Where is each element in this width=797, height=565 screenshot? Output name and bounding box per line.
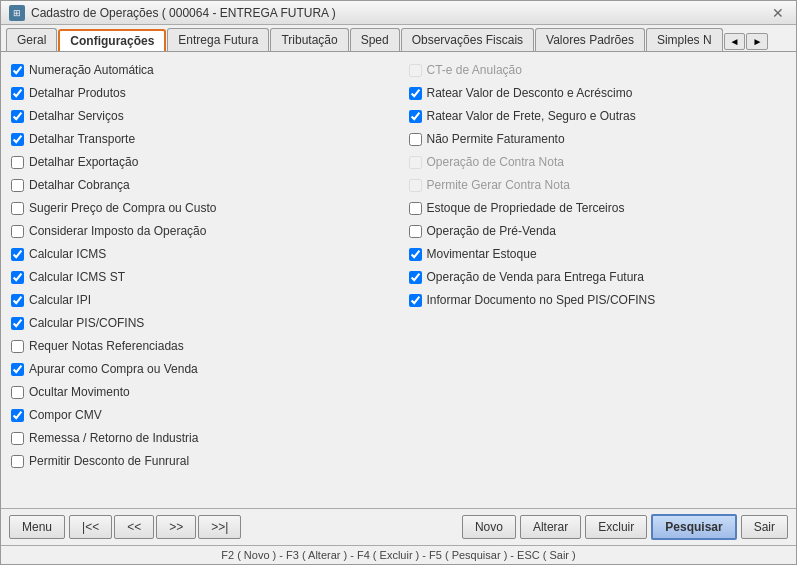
detalhar-prod-checkbox[interactable] [11, 87, 24, 100]
op-venda-fut-checkbox[interactable] [409, 271, 422, 284]
calc-pis-label[interactable]: Calcular PIS/COFINS [29, 316, 144, 330]
remessa-checkbox[interactable] [11, 432, 24, 445]
tab-configuracoes[interactable]: Configurações [58, 29, 166, 51]
detalhar-prod-label[interactable]: Detalhar Produtos [29, 86, 126, 100]
permitir-desc-label[interactable]: Permitir Desconto de Funrural [29, 454, 189, 468]
sair-button[interactable]: Sair [741, 515, 788, 539]
apurar-checkbox[interactable] [11, 363, 24, 376]
sugerir-preco-label[interactable]: Sugerir Preço de Compra ou Custo [29, 201, 216, 215]
detalhar-cobr-label[interactable]: Detalhar Cobrança [29, 178, 130, 192]
nao-permite-label[interactable]: Não Permite Faturamento [427, 132, 565, 146]
detalhar-trans-checkbox[interactable] [11, 133, 24, 146]
calc-ipi-label[interactable]: Calcular IPI [29, 293, 91, 307]
tab-prev-button[interactable]: ◄ [724, 33, 746, 50]
requer-notas-label[interactable]: Requer Notas Referenciadas [29, 339, 184, 353]
movimentar-label[interactable]: Movimentar Estoque [427, 247, 537, 261]
tab-sped[interactable]: Sped [350, 28, 400, 51]
detalhar-trans-label[interactable]: Detalhar Transporte [29, 132, 135, 146]
list-item: Numeração Automática [11, 60, 389, 80]
list-item: Ocultar Movimento [11, 382, 389, 402]
ratear-desc-checkbox[interactable] [409, 87, 422, 100]
considerar-imp-label[interactable]: Considerar Imposto da Operação [29, 224, 206, 238]
content-area: Numeração Automática Detalhar Produtos D… [1, 52, 796, 508]
tab-simples[interactable]: Simples N [646, 28, 723, 51]
prev-button[interactable]: << [114, 515, 154, 539]
list-item: Informar Documento no Sped PIS/COFINS [409, 290, 787, 310]
close-button[interactable]: ✕ [768, 5, 788, 21]
list-item: Operação de Pré-Venda [409, 221, 787, 241]
tab-observacoes[interactable]: Observações Fiscais [401, 28, 534, 51]
pesquisar-button[interactable]: Pesquisar [651, 514, 736, 540]
op-venda-fut-label[interactable]: Operação de Venda para Entrega Futura [427, 270, 644, 284]
list-item: Detalhar Cobrança [11, 175, 389, 195]
alterar-button[interactable]: Alterar [520, 515, 581, 539]
remessa-label[interactable]: Remessa / Retorno de Industria [29, 431, 198, 445]
ocultar-label[interactable]: Ocultar Movimento [29, 385, 130, 399]
sugerir-preco-checkbox[interactable] [11, 202, 24, 215]
calc-ipi-checkbox[interactable] [11, 294, 24, 307]
informar-sped-checkbox[interactable] [409, 294, 422, 307]
list-item: Permitir Desconto de Funrural [11, 451, 389, 471]
apurar-label[interactable]: Apurar como Compra ou Venda [29, 362, 198, 376]
compor-cmv-checkbox[interactable] [11, 409, 24, 422]
op-contra-checkbox [409, 156, 422, 169]
calc-pis-checkbox[interactable] [11, 317, 24, 330]
list-item: Ratear Valor de Desconto e Acréscimo [409, 83, 787, 103]
list-item: Sugerir Preço de Compra ou Custo [11, 198, 389, 218]
detalhar-cobr-checkbox[interactable] [11, 179, 24, 192]
op-prevenda-label[interactable]: Operação de Pré-Venda [427, 224, 556, 238]
compor-cmv-label[interactable]: Compor CMV [29, 408, 102, 422]
window-title: Cadastro de Operações ( 000064 - ENTREGA… [31, 6, 336, 20]
list-item: Compor CMV [11, 405, 389, 425]
detalhar-exp-checkbox[interactable] [11, 156, 24, 169]
right-column: CT-e de Anulação Ratear Valor de Descont… [409, 60, 787, 500]
list-item: Movimentar Estoque [409, 244, 787, 264]
permitir-desc-checkbox[interactable] [11, 455, 24, 468]
ratear-desc-label[interactable]: Ratear Valor de Desconto e Acréscimo [427, 86, 633, 100]
list-item: Não Permite Faturamento [409, 129, 787, 149]
requer-notas-checkbox[interactable] [11, 340, 24, 353]
movimentar-checkbox[interactable] [409, 248, 422, 261]
list-item: Considerar Imposto da Operação [11, 221, 389, 241]
calc-icmsst-label[interactable]: Calcular ICMS ST [29, 270, 125, 284]
menu-button[interactable]: Menu [9, 515, 65, 539]
op-prevenda-checkbox[interactable] [409, 225, 422, 238]
permite-contra-checkbox [409, 179, 422, 192]
considerar-imp-checkbox[interactable] [11, 225, 24, 238]
ocultar-checkbox[interactable] [11, 386, 24, 399]
nav-group: |<< << >> >>| [69, 515, 241, 539]
ratear-frete-label[interactable]: Ratear Valor de Frete, Seguro e Outras [427, 109, 636, 123]
status-text: F2 ( Novo ) - F3 ( Alterar ) - F4 ( Excl… [221, 549, 576, 561]
estoque-terc-label[interactable]: Estoque de Propriedade de Terceiros [427, 201, 625, 215]
tab-entrega-futura[interactable]: Entrega Futura [167, 28, 269, 51]
tab-valores[interactable]: Valores Padrões [535, 28, 645, 51]
num-auto-label[interactable]: Numeração Automática [29, 63, 154, 77]
detalhar-exp-label[interactable]: Detalhar Exportação [29, 155, 138, 169]
num-auto-checkbox[interactable] [11, 64, 24, 77]
left-column: Numeração Automática Detalhar Produtos D… [11, 60, 389, 500]
ratear-frete-checkbox[interactable] [409, 110, 422, 123]
estoque-terc-checkbox[interactable] [409, 202, 422, 215]
permite-contra-label: Permite Gerar Contra Nota [427, 178, 570, 192]
detalhar-serv-label[interactable]: Detalhar Serviços [29, 109, 124, 123]
calc-icms-label[interactable]: Calcular ICMS [29, 247, 106, 261]
tab-tributacao[interactable]: Tributação [270, 28, 348, 51]
last-button[interactable]: >>| [198, 515, 241, 539]
detalhar-serv-checkbox[interactable] [11, 110, 24, 123]
list-item: Calcular PIS/COFINS [11, 313, 389, 333]
list-item: Calcular ICMS ST [11, 267, 389, 287]
novo-button[interactable]: Novo [462, 515, 516, 539]
tab-bar: Geral Configurações Entrega Futura Tribu… [1, 25, 796, 52]
list-item: Operação de Contra Nota [409, 152, 787, 172]
first-button[interactable]: |<< [69, 515, 112, 539]
calc-icms-checkbox[interactable] [11, 248, 24, 261]
list-item: Estoque de Propriedade de Terceiros [409, 198, 787, 218]
excluir-button[interactable]: Excluir [585, 515, 647, 539]
next-button[interactable]: >> [156, 515, 196, 539]
nao-permite-checkbox[interactable] [409, 133, 422, 146]
list-item: Requer Notas Referenciadas [11, 336, 389, 356]
tab-next-button[interactable]: ► [746, 33, 768, 50]
informar-sped-label[interactable]: Informar Documento no Sped PIS/COFINS [427, 293, 656, 307]
tab-geral[interactable]: Geral [6, 28, 57, 51]
calc-icmsst-checkbox[interactable] [11, 271, 24, 284]
